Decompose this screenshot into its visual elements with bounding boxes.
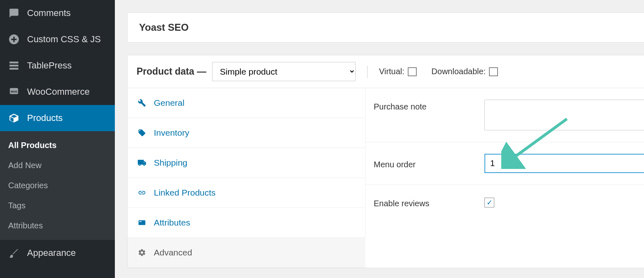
list-icon	[8, 60, 20, 71]
product-data-header: Product data — Simple product Virtual: D…	[128, 55, 644, 88]
purchase-note-input[interactable]	[484, 100, 644, 130]
sidebar-item-label: Custom CSS & JS	[27, 34, 101, 45]
svg-text:woo: woo	[10, 90, 18, 93]
tab-linked-products[interactable]: Linked Products	[128, 178, 365, 208]
virtual-checkbox[interactable]	[408, 67, 417, 76]
purchase-note-label: Purchase note	[374, 100, 468, 112]
product-data-panel: Product data — Simple product Virtual: D…	[127, 55, 644, 268]
sidebar-item-label: TablePress	[27, 60, 72, 71]
tab-attributes[interactable]: Attributes	[128, 208, 365, 238]
sidebar-item-custom-css-js[interactable]: Custom CSS & JS	[0, 26, 115, 52]
tab-advanced-content: Purchase note Menu order Enable reviews …	[365, 88, 644, 268]
virtual-checkbox-label[interactable]: Virtual:	[379, 67, 417, 76]
downloadable-checkbox-label[interactable]: Downloadable:	[432, 67, 498, 76]
gear-icon	[137, 248, 146, 257]
sidebar-item-comments[interactable]: Comments	[0, 0, 115, 26]
tab-inventory[interactable]: Inventory	[128, 118, 365, 148]
yoast-title: Yoast SEO	[128, 13, 644, 42]
row-menu-order: Menu order	[365, 142, 644, 185]
sidebar-item-appearance[interactable]: Appearance	[0, 240, 115, 266]
link-icon	[137, 188, 146, 197]
divider	[367, 66, 368, 78]
product-type-select[interactable]: Simple product	[212, 62, 356, 81]
plus-icon	[8, 34, 20, 45]
submenu-item-add-new[interactable]: Add New	[0, 155, 115, 175]
svg-rect-1	[9, 62, 18, 63]
sidebar-item-tablepress[interactable]: TablePress	[0, 52, 115, 79]
admin-sidebar: Comments Custom CSS & JS TablePress woo …	[0, 0, 115, 278]
sidebar-item-woocommerce[interactable]: woo WooCommerce	[0, 79, 115, 105]
svg-rect-6	[139, 220, 146, 225]
menu-order-input[interactable]	[484, 154, 644, 173]
sidebar-item-label: WooCommerce	[27, 87, 89, 97]
woo-icon: woo	[8, 86, 20, 98]
submenu-item-all-products[interactable]: All Products	[0, 135, 115, 155]
svg-rect-3	[9, 68, 18, 69]
tab-advanced[interactable]: Advanced	[128, 238, 365, 268]
sidebar-item-label: Comments	[27, 8, 71, 18]
box-icon	[8, 112, 20, 124]
main-content: Yoast SEO Product data — Simple product …	[115, 0, 644, 278]
product-data-tabs: General Inventory Shipping Linked Produc…	[128, 88, 365, 268]
sidebar-item-products[interactable]: Products	[0, 105, 115, 131]
menu-order-label: Menu order	[374, 157, 468, 169]
sidebar-item-label: Appearance	[27, 248, 76, 258]
card-icon	[137, 218, 146, 227]
sidebar-submenu-products: All Products Add New Categories Tags Att…	[0, 131, 115, 240]
svg-rect-2	[9, 65, 18, 66]
tag-icon	[137, 128, 146, 137]
svg-rect-7	[139, 221, 142, 222]
truck-icon	[137, 158, 146, 167]
brush-icon	[8, 247, 20, 259]
submenu-item-categories[interactable]: Categories	[0, 175, 115, 196]
product-data-label: Product data —	[137, 66, 206, 77]
row-enable-reviews: Enable reviews ✓	[365, 185, 644, 220]
comment-icon	[8, 7, 20, 19]
downloadable-checkbox[interactable]	[489, 67, 498, 76]
product-data-body: General Inventory Shipping Linked Produc…	[128, 88, 644, 268]
yoast-seo-panel: Yoast SEO	[127, 12, 644, 43]
submenu-item-tags[interactable]: Tags	[0, 196, 115, 216]
enable-reviews-label: Enable reviews	[374, 196, 468, 208]
enable-reviews-checkbox[interactable]: ✓	[484, 198, 494, 207]
wrench-icon	[137, 98, 146, 107]
tab-shipping[interactable]: Shipping	[128, 148, 365, 178]
submenu-item-attributes[interactable]: Attributes	[0, 216, 115, 236]
tab-general[interactable]: General	[128, 88, 365, 118]
sidebar-item-label: Products	[27, 113, 63, 123]
row-purchase-note: Purchase note	[365, 88, 644, 142]
